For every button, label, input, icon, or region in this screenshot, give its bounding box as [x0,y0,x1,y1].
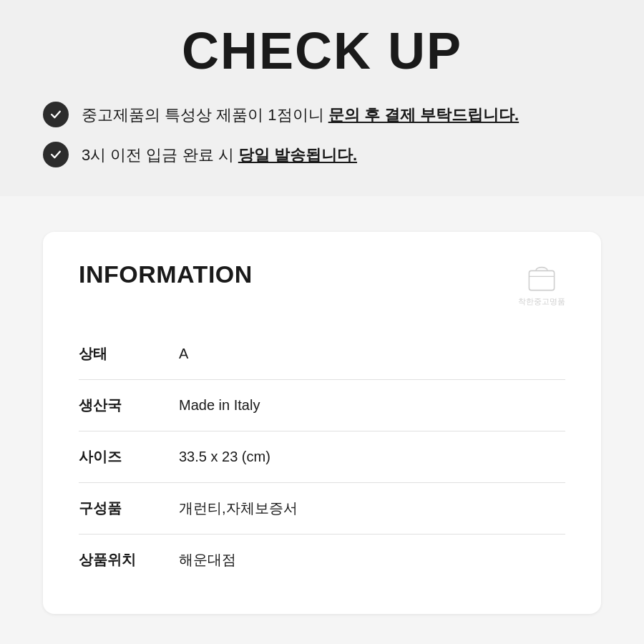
info-card: INFORMATION 착한중고명품 상태 A 생산국 Made in Ital… [43,232,601,614]
info-label-size: 사이즈 [79,447,179,467]
info-row-origin: 생산국 Made in Italy [79,380,565,431]
check-text-1-highlight: 문의 후 결제 부탁드립니다. [328,106,519,124]
info-row-status: 상태 A [79,328,565,380]
info-row-location: 상품위치 해운대점 [79,535,565,585]
info-header: INFORMATION 착한중고명품 [79,260,565,307]
check-icon-1 [43,102,69,127]
info-value-location: 해운대점 [179,550,236,570]
check-text-1: 중고제품의 특성상 제품이 1점이니 문의 후 결제 부탁드립니다. [82,103,519,127]
brand-logo: 착한중고명품 [518,260,565,307]
info-label-components: 구성품 [79,499,179,518]
info-value-size: 33.5 x 23 (cm) [179,449,270,465]
info-section-title: INFORMATION [79,260,253,288]
check-item-2: 3시 이전 입금 완료 시 당일 발송됩니다. [43,142,601,167]
main-section: INFORMATION 착한중고명품 상태 A 생산국 Made in Ital… [0,196,644,644]
info-label-status: 상태 [79,344,179,364]
check-items-list: 중고제품의 특성상 제품이 1점이니 문의 후 결제 부탁드립니다. 3시 이전… [43,102,601,167]
info-value-origin: Made in Italy [179,397,260,414]
check-item-1: 중고제품의 특성상 제품이 1점이니 문의 후 결제 부탁드립니다. [43,102,601,127]
info-value-status: A [179,346,188,362]
info-label-location: 상품위치 [79,550,179,570]
info-label-origin: 생산국 [79,396,179,415]
check-text-2: 3시 이전 입금 완료 시 당일 발송됩니다. [82,143,357,167]
svg-rect-0 [529,270,554,290]
brand-logo-svg [525,260,559,295]
info-row-size: 사이즈 33.5 x 23 (cm) [79,431,565,483]
header-section: CHECK UP 중고제품의 특성상 제품이 1점이니 문의 후 결제 부탁드립… [0,0,644,196]
info-table: 상태 A 생산국 Made in Italy 사이즈 33.5 x 23 (cm… [79,328,565,585]
check-text-2-highlight: 당일 발송됩니다. [238,146,357,164]
info-value-components: 개런티,자체보증서 [179,499,298,518]
check-icon-2 [43,142,69,167]
info-row-components: 구성품 개런티,자체보증서 [79,483,565,535]
brand-logo-text: 착한중고명품 [518,296,565,307]
page-title: CHECK UP [43,21,601,80]
